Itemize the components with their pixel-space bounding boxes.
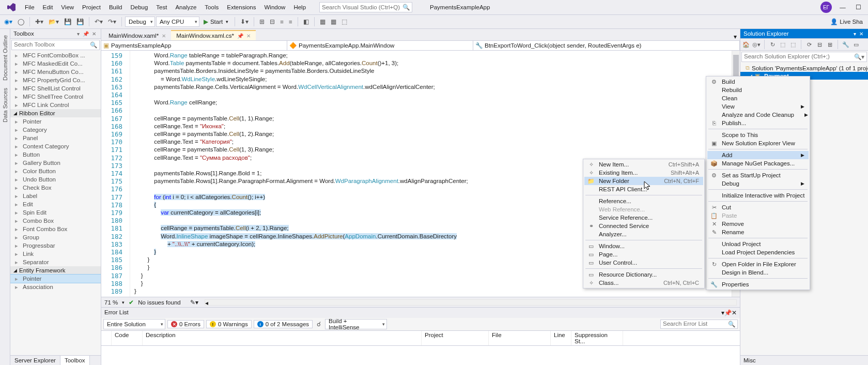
start-debug-button[interactable]: ▶Start▾ [200, 17, 231, 26]
home-icon[interactable]: 🏠 [741, 40, 751, 49]
errors-filter[interactable]: ✕0 Errors [167, 320, 204, 328]
toolbox-item[interactable]: ▸Link [10, 250, 101, 258]
solution-search-input[interactable]: Search Solution Explorer (Ctrl+;)🔍▾ [741, 52, 867, 62]
ctx-unload-project[interactable]: Unload Project [707, 240, 809, 248]
ctx-class-[interactable]: ✧Class...Ctrl+N, Ctrl+C [584, 279, 703, 287]
ctx-rename[interactable]: ✎Rename [707, 228, 809, 236]
close-icon[interactable]: ✕ [90, 31, 98, 37]
show-all-icon[interactable]: ⊞ [825, 40, 834, 49]
scope-dropdown[interactable]: Entire Solution [103, 319, 165, 329]
close-icon[interactable]: ✕ [858, 31, 865, 37]
quick-search-input[interactable]: Search Visual Studio (Ctrl+Q) 🔍 [319, 2, 412, 12]
toolbox-item[interactable]: ▸Color Button [10, 167, 101, 175]
toolbox-item[interactable]: ▸MFC ShellList Control [10, 84, 101, 93]
el-column[interactable]: Suppression St... [571, 331, 623, 345]
close-icon[interactable]: ✕ [246, 33, 251, 39]
ctx-remove[interactable]: ✕Remove [707, 220, 809, 228]
tb-icon-1[interactable]: ⊞ [257, 17, 267, 26]
menu-analyze[interactable]: Analyze [171, 2, 200, 12]
rail-data-sources[interactable]: Data Sources [1, 85, 9, 126]
toolbox-item[interactable]: ▸Group [10, 233, 101, 241]
pin-icon[interactable]: 📌 [724, 309, 732, 316]
menu-debug[interactable]: Debug [126, 2, 152, 12]
tb-icon-4[interactable]: ≡ [287, 18, 295, 26]
toolbox-item[interactable]: ▸Panel [10, 134, 101, 142]
nav-class[interactable]: 🔶PaymentsExampleApp.MainWindow [287, 41, 473, 50]
doc-tab[interactable]: MainWindow.xaml.cs*📌✕ [171, 30, 256, 40]
menu-file[interactable]: File [21, 2, 39, 12]
toolbox-item[interactable]: ▸Font Combo Box [10, 225, 101, 233]
ctx-build[interactable]: ⚙Build [707, 78, 809, 86]
ctx-window-[interactable]: ▭Window... [584, 242, 703, 250]
ctx-new-item-[interactable]: ✧New Item...Ctrl+Shift+A [584, 160, 703, 169]
toolbox-item[interactable]: ▸Check Box [10, 184, 101, 192]
ctx-connected-service[interactable]: ⚭Connected Service [584, 222, 703, 230]
menu-window[interactable]: Window [260, 2, 289, 12]
menu-project[interactable]: Project [78, 2, 105, 12]
el-column[interactable] [101, 331, 112, 345]
bookmark-icon[interactable]: ◧ [301, 17, 311, 26]
ctx-properties[interactable]: 🔧Properties [707, 280, 809, 288]
ctx-reference-[interactable]: Reference... [584, 197, 703, 205]
menu-tools[interactable]: Tools [200, 2, 223, 12]
ctx-add[interactable]: Add▶ [707, 151, 809, 159]
nav-project[interactable]: ▣PaymentsExampleApp [101, 41, 287, 50]
doc-tab[interactable]: MainWindow.xaml*✕ [103, 31, 171, 40]
menu-test[interactable]: Test [152, 2, 171, 12]
ctx-rest-api-client-[interactable]: REST API Client... [584, 185, 703, 193]
preview-icon[interactable]: ▭ [851, 40, 861, 49]
toolbox-item[interactable]: ▸Edit [10, 200, 101, 208]
ctx-debug[interactable]: Debug▶ [707, 179, 809, 188]
ctx-existing-item-[interactable]: ✧Existing Item...Shift+Alt+A [584, 169, 703, 177]
messages-filter[interactable]: i0 of 2 Messages [254, 320, 313, 328]
tb-icon-6[interactable]: ▦ [329, 17, 338, 26]
ctx-rebuild[interactable]: Rebuild [707, 86, 809, 94]
minimize-button[interactable]: ― [835, 2, 850, 12]
el-column[interactable]: Description [143, 331, 422, 345]
filter-icon[interactable]: ☌ [315, 320, 323, 329]
ctx-user-control-[interactable]: ▭User Control... [584, 258, 703, 267]
el-column[interactable]: Project [422, 331, 489, 345]
ctx-set-as-startup-project[interactable]: ⚙Set as StartUp Project [707, 171, 809, 179]
ctx-load-project-dependencies[interactable]: Load Project Dependencies [707, 248, 809, 256]
refresh-icon[interactable]: ⟳ [804, 40, 814, 49]
warnings-filter[interactable]: !0 Warnings [206, 320, 252, 328]
cleanup-icon[interactable]: ✎▾ [190, 299, 198, 306]
ctx-resource-dictionary-[interactable]: ▭Resource Dictionary... [584, 270, 703, 279]
ctx-scope-to-this[interactable]: Scope to This [707, 131, 809, 139]
zoom-dropdown[interactable]: 71 % [104, 299, 118, 306]
live-share-button[interactable]: 👤Live Sha [827, 18, 866, 25]
tab-toolbox[interactable]: Toolbox [60, 356, 90, 365]
tb-icon-7[interactable]: ⬚ [339, 17, 349, 26]
horizontal-scrollbar[interactable]: ◂ [205, 299, 737, 306]
toolbox-group[interactable]: ◢Ribbon Editor [10, 109, 101, 117]
toolbox-item[interactable]: ▸Category [10, 126, 101, 134]
toolbox-item[interactable]: ▸Undo Button [10, 175, 101, 184]
new-project-button[interactable]: ✚▾ [33, 17, 45, 26]
close-icon[interactable]: ✕ [162, 33, 166, 39]
el-column[interactable]: File [489, 331, 551, 345]
toolbox-item[interactable]: ▸MFC MaskedEdit Co... [10, 59, 101, 68]
el-column[interactable]: Code [112, 331, 143, 345]
tb-a[interactable]: ◎▾ [752, 40, 761, 49]
tb-icon-5[interactable]: ▦ [318, 17, 328, 26]
menu-view[interactable]: View [57, 2, 78, 12]
el-column[interactable]: Line [551, 331, 571, 345]
toolbox-item[interactable]: ▸Spin Edit [10, 208, 101, 217]
source-dropdown[interactable]: Build + IntelliSense [325, 319, 387, 329]
platform-dropdown[interactable]: Any CPU [156, 17, 199, 27]
add-submenu[interactable]: ✧New Item...Ctrl+Shift+A✧Existing Item..… [583, 159, 705, 288]
ctx-new-solution-explorer-view[interactable]: ▣New Solution Explorer View [707, 139, 809, 147]
ctx-manage-nuget-packages-[interactable]: 📦Manage NuGet Packages... [707, 159, 809, 168]
config-dropdown[interactable]: Debug [125, 17, 155, 27]
pin-icon[interactable]: 📌 [81, 31, 90, 37]
redo-button[interactable]: ↷▾ [106, 17, 118, 26]
toolbox-item[interactable]: ▸Combo Box [10, 217, 101, 225]
rail-doc-outline[interactable]: Document Outline [1, 32, 9, 84]
toolbox-item[interactable]: ▸MFC FontComboBox ... [10, 51, 101, 59]
tb-b[interactable]: ⬚ [778, 40, 787, 49]
tab-server-explorer[interactable]: Server Explorer [10, 356, 60, 365]
tb-c[interactable]: ⬚ [788, 40, 798, 49]
menu-extensions[interactable]: Extensions [223, 2, 260, 12]
save-all-button[interactable]: 💾 [74, 17, 86, 26]
